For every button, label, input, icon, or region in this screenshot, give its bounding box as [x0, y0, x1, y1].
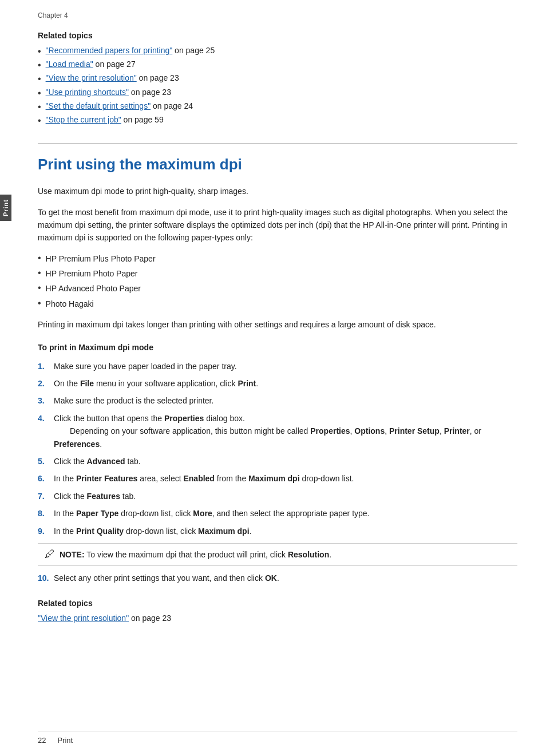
paper-type-1: HP Premium Plus Photo Paper	[46, 252, 156, 265]
bold-resolution: Resolution	[288, 550, 329, 559]
step-8: 8. In the Paper Type drop-down list, cli…	[38, 507, 517, 520]
bold-printer-features: Printer Features	[76, 474, 137, 483]
bold-options: Options	[354, 426, 385, 436]
step-text-7: Click the Features tab.	[54, 490, 517, 502]
step-num-4: 4.	[38, 412, 49, 425]
step-num-10: 10.	[38, 572, 49, 584]
step-6: 6. In the Printer Features area, select …	[38, 472, 517, 485]
bold-paper-type: Paper Type	[76, 509, 118, 518]
sidebar-label: Print	[0, 195, 11, 221]
link-text-2[interactable]: "Load media"	[46, 60, 93, 69]
page-ref-5: on page 24	[151, 101, 193, 110]
bold-features: Features	[87, 492, 120, 501]
step-1: 1. Make sure you have paper loaded in th…	[38, 360, 517, 373]
list-item: • "Recommended papers for printing" on p…	[38, 46, 517, 57]
related-link-3[interactable]: "View the print resolution" on page 23	[46, 73, 179, 82]
bullet-icon: •	[38, 60, 41, 70]
sub-heading: To print in Maximum dpi mode	[38, 343, 517, 352]
footer-page-number: 22	[38, 736, 46, 745]
related-link-2[interactable]: "Load media" on page 27	[46, 60, 136, 69]
note-icon: 🖊	[45, 548, 55, 560]
main-content: Chapter 4 Related topics • "Recommended …	[21, 0, 546, 756]
bold-properties-2: Properties	[310, 426, 350, 436]
bold-enabled: Enabled	[183, 474, 214, 483]
related-link-4[interactable]: "Use printing shortcuts" on page 23	[46, 88, 171, 97]
bullet-icon: •	[38, 46, 41, 57]
list-item: • "View the print resolution" on page 23	[38, 73, 517, 84]
bullet-icon: •	[38, 115, 41, 126]
paper-type-3: HP Advanced Photo Paper	[46, 282, 141, 295]
step-4: 4. Click the button that opens the Prope…	[38, 412, 517, 450]
page-ref-6: on page 59	[121, 115, 164, 124]
related-link-6[interactable]: "Stop the current job" on page 59	[46, 115, 164, 124]
bullet-icon: •	[38, 282, 41, 293]
step-7: 7. Click the Features tab.	[38, 490, 517, 502]
link-text-5[interactable]: "Set the default print settings"	[46, 101, 151, 110]
footer-bar: 22 Print	[38, 731, 517, 745]
step-text-4: Click the button that opens the Properti…	[54, 412, 517, 450]
bold-more: More	[193, 509, 212, 518]
left-sidebar: Print	[0, 0, 21, 756]
link-text-bottom-1[interactable]: "View the print resolution"	[38, 613, 129, 623]
intro-text-2: To get the most benefit from maximum dpi…	[38, 206, 517, 244]
bold-properties-1: Properties	[164, 414, 204, 423]
step-10: 10. Select any other print settings that…	[38, 572, 517, 584]
page-ref-1: on page 25	[172, 46, 215, 55]
note-content: NOTE: To view the maximum dpi that the p…	[60, 548, 331, 561]
step-text-8: In the Paper Type drop-down list, click …	[54, 507, 517, 520]
related-link-1[interactable]: "Recommended papers for printing" on pag…	[46, 46, 215, 55]
bold-print-quality: Print Quality	[76, 527, 124, 536]
step-text-5: Click the Advanced tab.	[54, 455, 517, 468]
link-text-4[interactable]: "Use printing shortcuts"	[46, 88, 129, 97]
list-item: • "Set the default print settings" on pa…	[38, 101, 517, 112]
paper-type-4: Photo Hagaki	[46, 298, 94, 310]
step-num-3: 3.	[38, 394, 49, 407]
related-topics-top-list: • "Recommended papers for printing" on p…	[38, 46, 517, 126]
bullet-icon: •	[38, 73, 41, 84]
step-num-8: 8.	[38, 507, 49, 520]
step-text-1: Make sure you have paper loaded in the p…	[54, 360, 517, 373]
steps-list: 1. Make sure you have paper loaded in th…	[38, 360, 517, 537]
step-4-sub: Depending on your software application, …	[54, 426, 481, 448]
link-text-1[interactable]: "Recommended papers for printing"	[46, 46, 173, 55]
step-9: 9. In the Print Quality drop-down list, …	[38, 525, 517, 537]
list-item: • "Use printing shortcuts" on page 23	[38, 88, 517, 98]
list-item: • "Stop the current job" on page 59	[38, 115, 517, 126]
list-item: • HP Premium Photo Paper	[38, 267, 517, 280]
link-text-3[interactable]: "View the print resolution"	[46, 73, 137, 82]
step-5: 5. Click the Advanced tab.	[38, 455, 517, 468]
step-num-9: 9.	[38, 525, 49, 537]
related-topics-top-title: Related topics	[38, 31, 517, 40]
bold-max-dpi-2: Maximum dpi	[198, 527, 249, 536]
bullet-icon: •	[38, 298, 41, 308]
bullet-icon: •	[38, 88, 41, 98]
step-num-1: 1.	[38, 360, 49, 373]
related-topics-bottom-title: Related topics	[38, 599, 517, 608]
step-3: 3. Make sure the product is the selected…	[38, 394, 517, 407]
related-link-5[interactable]: "Set the default print settings" on page…	[46, 101, 193, 110]
related-link-bottom-1[interactable]: "View the print resolution" on page 23	[38, 613, 171, 623]
paper-type-2: HP Premium Photo Paper	[46, 267, 138, 280]
closing-text: Printing in maximum dpi takes longer tha…	[38, 318, 517, 331]
bold-max-dpi: Maximum dpi	[248, 474, 299, 483]
bullet-icon: •	[38, 267, 41, 278]
step-num-7: 7.	[38, 490, 49, 502]
step-2: 2. On the File menu in your software app…	[38, 377, 517, 390]
note-box: 🖊 NOTE: To view the maximum dpi that the…	[38, 543, 517, 566]
bold-ok: OK	[265, 573, 277, 583]
list-item: • HP Premium Plus Photo Paper	[38, 252, 517, 265]
page-container: Print Chapter 4 Related topics • "Recomm…	[0, 0, 546, 756]
page-ref-bottom-1: on page 23	[129, 613, 171, 623]
chapter-label: Chapter 4	[38, 11, 517, 19]
note-label: NOTE:	[60, 550, 85, 559]
page-ref-4: on page 23	[129, 88, 171, 97]
step-num-6: 6.	[38, 472, 49, 485]
bold-advanced: Advanced	[87, 457, 125, 466]
step-text-6: In the Printer Features area, select Ena…	[54, 472, 517, 485]
bold-print: Print	[238, 379, 256, 388]
bold-printer-setup: Printer Setup	[389, 426, 440, 436]
step-text-3: Make sure the product is the selected pr…	[54, 394, 517, 407]
link-text-6[interactable]: "Stop the current job"	[46, 115, 121, 124]
page-ref-3: on page 23	[137, 73, 179, 82]
bullet-icon: •	[38, 101, 41, 112]
